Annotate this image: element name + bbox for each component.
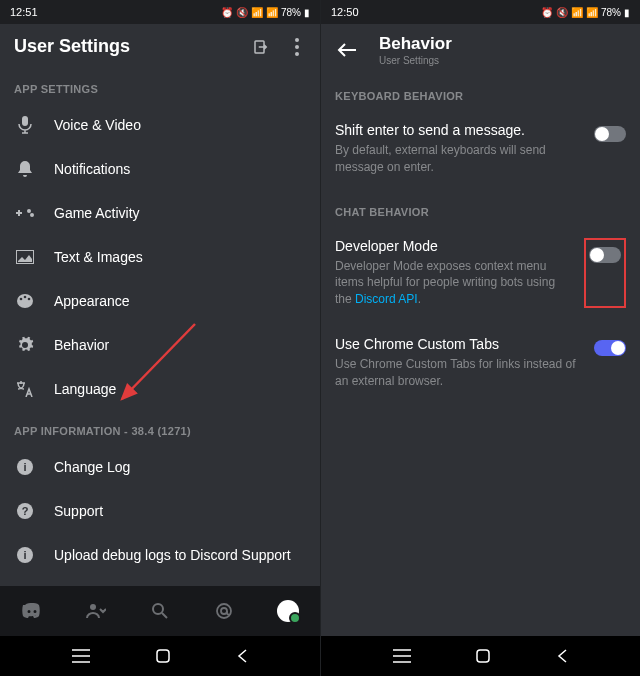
svg-text:i: i	[23, 461, 26, 473]
row-change-log[interactable]: i Change Log	[0, 445, 320, 489]
signal-icon: 📶	[266, 7, 278, 18]
row-label: Behavior	[54, 337, 109, 353]
row-label: Change Log	[54, 459, 130, 475]
row-label: Support	[54, 503, 103, 519]
settings-scroll[interactable]: APP SETTINGS Voice & Video Notifications…	[0, 69, 320, 586]
status-bar: 12:51 ⏰ 🔇 📶 📶 78% ▮	[0, 0, 320, 24]
row-voice-video[interactable]: Voice & Video	[0, 103, 320, 147]
app-settings-header: APP SETTINGS	[0, 69, 320, 103]
toggle-developer-mode[interactable]	[589, 247, 621, 263]
row-game-activity[interactable]: Game Activity	[0, 191, 320, 235]
left-pane: 12:51 ⏰ 🔇 📶 📶 78% ▮ User Settings	[0, 0, 320, 676]
toggle-shift-enter[interactable]	[594, 126, 626, 142]
battery-pct: 78%	[601, 7, 621, 18]
header: User Settings	[0, 24, 320, 69]
svg-point-2	[295, 45, 299, 49]
setting-desc: Developer Mode exposes context menu item…	[335, 258, 574, 308]
bell-icon	[14, 160, 36, 178]
mic-icon	[14, 116, 36, 134]
bottom-nav	[0, 586, 320, 636]
more-icon[interactable]	[288, 38, 306, 56]
toggle-chrome-tabs[interactable]	[594, 340, 626, 356]
row-label: Notifications	[54, 161, 130, 177]
alarm-icon: ⏰	[541, 7, 553, 18]
svg-rect-6	[18, 210, 20, 216]
status-icons: ⏰ 🔇 📶 📶 78% ▮	[541, 7, 630, 18]
setting-title: Shift enter to send a message.	[335, 122, 584, 138]
exit-icon[interactable]	[252, 38, 270, 56]
back-arrow-icon[interactable]	[335, 38, 359, 62]
setting-desc: Use Chrome Custom Tabs for links instead…	[335, 356, 584, 390]
language-icon	[14, 381, 36, 397]
back-button[interactable]	[236, 648, 248, 664]
row-appearance[interactable]: Appearance	[0, 279, 320, 323]
status-time: 12:50	[331, 6, 359, 18]
discord-icon[interactable]	[20, 599, 44, 623]
setting-title: Use Chrome Custom Tabs	[335, 336, 584, 352]
battery-icon: ▮	[624, 7, 630, 18]
app-info-header: APP INFORMATION - 38.4 (1271)	[0, 411, 320, 445]
mute-icon: 🔇	[236, 7, 248, 18]
row-label: Game Activity	[54, 205, 140, 221]
info-icon: i	[14, 459, 36, 475]
setting-title: Developer Mode	[335, 238, 574, 254]
svg-point-22	[153, 604, 163, 614]
behavior-scroll[interactable]: KEYBOARD BEHAVIOR Shift enter to send a …	[321, 76, 640, 636]
row-label: Voice & Video	[54, 117, 141, 133]
status-icons: ⏰ 🔇 📶 📶 78% ▮	[221, 7, 310, 18]
page-title: User Settings	[14, 36, 252, 57]
setting-desc: By default, external keyboards will send…	[335, 142, 584, 176]
svg-point-3	[295, 52, 299, 56]
header: Behavior User Settings	[321, 24, 640, 76]
keyboard-behavior-header: KEYBOARD BEHAVIOR	[321, 76, 640, 110]
battery-pct: 78%	[281, 7, 301, 18]
gear-icon	[14, 336, 36, 354]
svg-point-21	[90, 604, 96, 610]
row-label: Appearance	[54, 293, 130, 309]
row-language[interactable]: Language	[0, 367, 320, 411]
profile-avatar[interactable]	[276, 599, 300, 623]
friends-icon[interactable]	[84, 599, 108, 623]
home-button[interactable]	[155, 648, 171, 664]
gamepad-icon	[14, 206, 36, 220]
recents-button[interactable]	[393, 649, 411, 663]
recents-button[interactable]	[72, 649, 90, 663]
system-nav	[0, 636, 320, 676]
page-title: Behavior	[379, 34, 452, 54]
right-pane: 12:50 ⏰ 🔇 📶 📶 78% ▮ Behavior User Settin…	[320, 0, 640, 676]
search-icon[interactable]	[148, 599, 172, 623]
row-upload-debug[interactable]: i Upload debug logs to Discord Support	[0, 533, 320, 577]
row-text-images[interactable]: Text & Images	[0, 235, 320, 279]
mute-icon: 🔇	[556, 7, 568, 18]
svg-point-12	[24, 296, 27, 299]
status-bar: 12:50 ⏰ 🔇 📶 📶 78% ▮	[321, 0, 640, 24]
signal-icon: 📶	[586, 7, 598, 18]
svg-point-23	[217, 604, 231, 618]
mentions-icon[interactable]	[212, 599, 236, 623]
page-subtitle: User Settings	[379, 55, 452, 66]
wifi-icon: 📶	[571, 7, 583, 18]
help-icon: ?	[14, 503, 36, 519]
wifi-icon: 📶	[251, 7, 263, 18]
discord-api-link[interactable]: Discord API	[355, 292, 418, 306]
back-button[interactable]	[556, 648, 568, 664]
palette-icon	[14, 293, 36, 309]
row-support[interactable]: ? Support	[0, 489, 320, 533]
system-nav	[321, 636, 640, 676]
highlight-box	[584, 238, 626, 308]
setting-chrome-tabs[interactable]: Use Chrome Custom Tabs Use Chrome Custom…	[321, 324, 640, 406]
row-behavior[interactable]: Behavior	[0, 323, 320, 367]
home-button[interactable]	[475, 648, 491, 664]
setting-shift-enter[interactable]: Shift enter to send a message. By defaul…	[321, 110, 640, 192]
battery-icon: ▮	[304, 7, 310, 18]
setting-developer-mode[interactable]: Developer Mode Developer Mode exposes co…	[321, 226, 640, 324]
row-label: Language	[54, 381, 116, 397]
svg-point-13	[28, 298, 31, 301]
row-label: Upload debug logs to Discord Support	[54, 547, 291, 563]
svg-text:?: ?	[22, 505, 29, 517]
row-notifications[interactable]: Notifications	[0, 147, 320, 191]
svg-rect-28	[157, 650, 169, 662]
svg-rect-4	[22, 116, 28, 126]
status-time: 12:51	[10, 6, 38, 18]
svg-rect-32	[477, 650, 489, 662]
